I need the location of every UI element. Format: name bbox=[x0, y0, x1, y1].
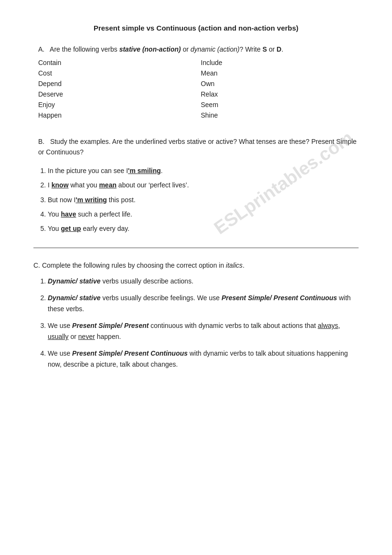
section-b-intro: B. Study the examples. Are the underline… bbox=[33, 136, 359, 158]
rule-option: Present Simple/ Present bbox=[72, 322, 148, 329]
underlined-word: usually bbox=[48, 333, 69, 340]
underlined-verb: have bbox=[61, 210, 76, 218]
underlined-verb: 'm writing bbox=[75, 196, 107, 204]
underlined-verb: get up bbox=[61, 225, 81, 232]
verb-item: Contain bbox=[38, 59, 196, 66]
section-c-list: Dynamic/ stative verbs usually describe … bbox=[33, 276, 359, 370]
section-b: B. Study the examples. Are the underline… bbox=[33, 136, 359, 234]
rule-option: Present Simple/ Present Continuous bbox=[72, 349, 188, 357]
underlined-verb: mean bbox=[99, 181, 117, 189]
stative-label: stative (non-action) bbox=[119, 45, 181, 53]
verb-col-2: Include Mean Own Relax Seem Shine bbox=[196, 59, 359, 122]
section-c: C. Complete the following rules by choos… bbox=[33, 261, 359, 370]
verb-item: Mean bbox=[201, 69, 359, 77]
verb-item: Enjoy bbox=[38, 101, 196, 109]
list-item: I know what you mean about our ‘perfect … bbox=[48, 180, 359, 190]
list-item: We use Present Simple/ Present Continuou… bbox=[48, 348, 359, 370]
rule-option: Present Simple/ Present Continuous bbox=[222, 294, 337, 302]
verb-columns: Contain Cost Depend Deserve Enjoy Happen… bbox=[33, 59, 359, 122]
section-b-list: In the picture you can see I'm smiling. … bbox=[33, 165, 359, 234]
section-a: A. Are the following verbs stative (non-… bbox=[33, 45, 359, 122]
underlined-word: never bbox=[78, 333, 95, 340]
verb-item: Deserve bbox=[38, 90, 196, 98]
list-item: You get up early every day. bbox=[48, 223, 359, 234]
verb-item: Include bbox=[201, 59, 359, 66]
underlined-word: always bbox=[318, 322, 339, 329]
verb-item: Own bbox=[201, 80, 359, 87]
list-item: We use Present Simple/ Present continuou… bbox=[48, 320, 359, 342]
verb-item: Happen bbox=[38, 111, 196, 119]
italics-label: italics bbox=[226, 261, 243, 269]
rule-option: Dynamic/ stative bbox=[48, 277, 101, 285]
page-title: Present simple vs Continuous (action and… bbox=[33, 24, 359, 32]
list-item: In the picture you can see I'm smiling. bbox=[48, 165, 359, 176]
list-item: Dynamic/ stative verbs usually describe … bbox=[48, 293, 359, 315]
underlined-verb: know bbox=[52, 181, 69, 189]
verb-item: Cost bbox=[38, 69, 196, 77]
underlined-verb: 'm smiling bbox=[128, 167, 161, 174]
verb-item: Seem bbox=[201, 101, 359, 109]
section-a-label: A. Are the following verbs stative (non-… bbox=[33, 45, 359, 53]
list-item: But now I'm writing this post. bbox=[48, 195, 359, 205]
section-c-label: C. Complete the following rules by choos… bbox=[33, 261, 359, 269]
dynamic-label: dynamic (action) bbox=[191, 45, 240, 53]
verb-col-1: Contain Cost Depend Deserve Enjoy Happen bbox=[33, 59, 196, 122]
list-item: Dynamic/ stative verbs usually describe … bbox=[48, 276, 359, 287]
verb-item: Shine bbox=[201, 111, 359, 119]
rule-option: Dynamic/ stative bbox=[48, 294, 101, 302]
section-divider bbox=[33, 248, 359, 248]
verb-item: Depend bbox=[38, 80, 196, 87]
list-item: You have such a perfect life. bbox=[48, 209, 359, 219]
verb-item: Relax bbox=[201, 90, 359, 98]
